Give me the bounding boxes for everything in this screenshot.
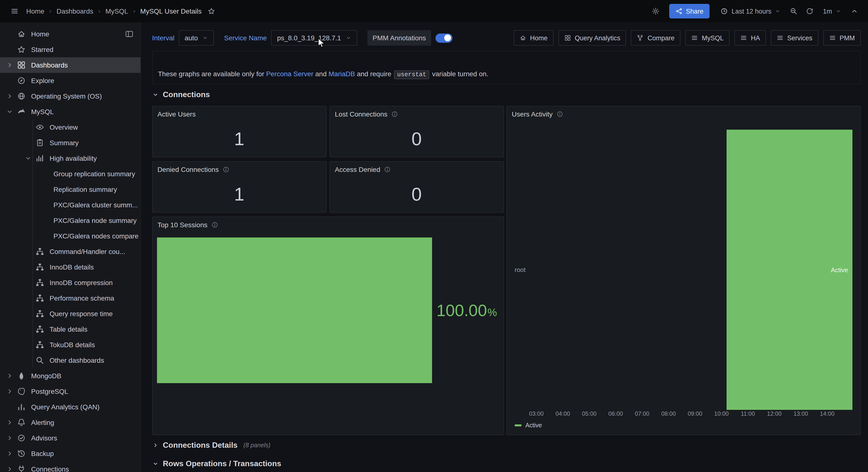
sidebar-item-operating-system[interactable]: Operating System (OS) bbox=[0, 89, 141, 104]
home-link-button[interactable]: Home bbox=[514, 30, 553, 46]
refresh-button[interactable] bbox=[803, 4, 816, 18]
sidebar-item-starred[interactable]: Starred bbox=[0, 42, 141, 57]
services-link-button[interactable]: Services bbox=[771, 30, 818, 46]
favorite-star-button[interactable] bbox=[205, 4, 218, 18]
sidebar-item-label: PXC/Galera cluster summ... bbox=[54, 201, 138, 209]
breadcrumb-mysql[interactable]: MySQL bbox=[105, 7, 128, 15]
info-icon[interactable] bbox=[223, 166, 229, 173]
mariadb-link[interactable]: MariaDB bbox=[329, 70, 355, 78]
sidebar-item-postgresql[interactable]: PostgreSQL bbox=[0, 383, 141, 399]
lost-connections-value: 0 bbox=[330, 124, 503, 154]
panel-header[interactable]: Denied Connections bbox=[153, 162, 326, 177]
sidebar-item-mysql-overview[interactable]: Overview bbox=[0, 120, 141, 135]
sidebar-item-mysql-summary[interactable]: Summary bbox=[0, 135, 141, 150]
sidebar-item-mysql-table-details[interactable]: Table details bbox=[0, 322, 141, 337]
sidebar-item-ha-pxc-galera-nodes-compare[interactable]: PXC/Galera nodes compare bbox=[0, 228, 141, 244]
breadcrumb-dashboards[interactable]: Dashboards bbox=[57, 7, 93, 15]
sidebar-item-mysql-other-dashboards[interactable]: Other dashboards bbox=[0, 352, 141, 368]
mysql-link-button[interactable]: MySQL bbox=[685, 30, 730, 46]
button-label: Services bbox=[787, 34, 812, 41]
sidebar-item-mysql-innodb-compression[interactable]: InnoDB compression bbox=[0, 275, 141, 291]
mega-menu-toggle[interactable] bbox=[8, 4, 21, 18]
dashboard-main: Interval auto Service Name ps_8.0_3.19_1… bbox=[141, 22, 868, 472]
chevron-right-icon[interactable] bbox=[6, 450, 13, 458]
section-connections-details[interactable]: Connections Details (8 panels) bbox=[152, 439, 861, 451]
bars-icon bbox=[740, 34, 747, 41]
service-name-variable-select[interactable]: ps_8.0_3.19_128.7.1 bbox=[271, 30, 357, 46]
top-navbar: Home Dashboards MySQL MySQL User Details… bbox=[0, 0, 868, 22]
sidebar-item-label: PXC/Galera nodes compare bbox=[54, 232, 138, 240]
panel-top-10-sessions: Top 10 Sessions 100.00 % bbox=[152, 216, 504, 435]
time-range-picker[interactable]: Last 12 hours bbox=[717, 4, 785, 19]
interval-value: auto bbox=[185, 34, 198, 42]
sidebar-item-mysql-performance-schema[interactable]: Performance schema bbox=[0, 291, 141, 306]
sidebar-item-ha-pxc-galera-node-summary[interactable]: PXC/Galera node summary bbox=[0, 213, 141, 228]
sidebar-item-mysql-command-handler-counters[interactable]: Command/Handler cou... bbox=[0, 244, 141, 259]
sidebar-item-ha-pxc-galera-cluster-summary[interactable]: PXC/Galera cluster summ... bbox=[0, 197, 141, 213]
sidebar-item-query-analytics-qan[interactable]: Query Analytics (QAN) bbox=[0, 399, 141, 415]
dashboard-settings-button[interactable] bbox=[649, 4, 663, 18]
sidebar-item-mongodb[interactable]: MongoDB bbox=[0, 368, 141, 383]
sidebar-item-mysql[interactable]: MySQL bbox=[0, 104, 141, 120]
bars-icon bbox=[776, 34, 783, 41]
dock-menu-icon[interactable] bbox=[125, 30, 134, 38]
info-icon[interactable] bbox=[384, 166, 391, 173]
chevron-right-icon[interactable] bbox=[6, 418, 13, 426]
sidebar-item-label: Query response time bbox=[50, 310, 113, 317]
compare-link-button[interactable]: Compare bbox=[631, 30, 680, 46]
info-icon[interactable] bbox=[556, 111, 563, 117]
chevron-down-icon bbox=[152, 460, 159, 467]
sidebar-item-home[interactable]: Home bbox=[0, 26, 141, 42]
sidebar-item-mysql-high-availability[interactable]: High availability bbox=[0, 150, 141, 166]
sidebar-item-connections[interactable]: Connections bbox=[0, 461, 141, 472]
sidebar-item-ha-replication-summary[interactable]: Replication summary bbox=[0, 181, 141, 197]
zoom-out-button[interactable] bbox=[787, 4, 801, 18]
panel-header[interactable]: Top 10 Sessions bbox=[153, 217, 503, 233]
sidebar-item-alerting[interactable]: Alerting bbox=[0, 415, 141, 430]
sidebar-item-advisors[interactable]: Advisors bbox=[0, 430, 141, 446]
panel-header[interactable]: Lost Connections bbox=[330, 106, 503, 122]
percona-server-link[interactable]: Percona Server bbox=[266, 70, 313, 78]
info-icon[interactable] bbox=[211, 222, 218, 228]
chevron-spacer bbox=[24, 325, 32, 333]
panel-header[interactable]: Active Users bbox=[153, 106, 326, 122]
chevron-right-icon[interactable] bbox=[6, 92, 13, 100]
panel-header[interactable]: Users Activity bbox=[507, 106, 860, 122]
section-connections[interactable]: Connections bbox=[152, 89, 861, 101]
info-icon[interactable] bbox=[391, 111, 398, 117]
chevron-spacer bbox=[24, 341, 32, 349]
panel-header[interactable]: Access Denied bbox=[330, 162, 503, 177]
sidebar-item-mysql-tokudb-details[interactable]: TokuDB details bbox=[0, 337, 141, 352]
button-label: PMM bbox=[840, 34, 855, 41]
chevron-right-icon[interactable] bbox=[6, 372, 13, 380]
sidebar-item-mysql-query-response-time[interactable]: Query response time bbox=[0, 306, 141, 322]
chevron-down-icon[interactable] bbox=[24, 155, 32, 162]
chevron-right-icon[interactable] bbox=[6, 387, 13, 395]
collapse-topbar-button[interactable] bbox=[847, 4, 861, 18]
section-rows-operations[interactable]: Rows Operations / Transactions bbox=[152, 458, 861, 470]
chevron-down-icon[interactable] bbox=[6, 108, 13, 115]
users-activity-bar[interactable]: Active bbox=[726, 130, 852, 410]
chevron-right-icon[interactable] bbox=[6, 465, 13, 472]
sidebar-item-backup[interactable]: Backup bbox=[0, 446, 141, 461]
sidebar-item-explore[interactable]: Explore bbox=[0, 73, 141, 89]
query-analytics-link-button[interactable]: Query Analytics bbox=[558, 30, 626, 46]
sidebar-item-ha-group-replication-summary[interactable]: Group replication summary bbox=[0, 166, 141, 181]
refresh-interval-picker[interactable]: 1m bbox=[819, 4, 845, 19]
interval-variable-select[interactable]: auto bbox=[179, 30, 214, 46]
sidebar-item-dashboards[interactable]: Dashboards bbox=[0, 57, 141, 73]
pmm-link-button[interactable]: PMM bbox=[823, 30, 861, 46]
top-sessions-bar[interactable] bbox=[157, 237, 432, 383]
access-denied-value: 0 bbox=[330, 179, 503, 209]
sidebar-item-mysql-innodb-details[interactable]: InnoDB details bbox=[0, 259, 141, 275]
ha-link-button[interactable]: HA bbox=[734, 30, 766, 46]
chevron-right-icon[interactable] bbox=[6, 434, 13, 442]
breadcrumb-home[interactable]: Home bbox=[26, 7, 44, 15]
pmm-annotations-toggle[interactable] bbox=[436, 33, 453, 42]
users-activity-plot[interactable]: Active bbox=[529, 130, 852, 410]
sidebar-item-label: InnoDB details bbox=[50, 263, 94, 271]
users-activity-legend[interactable]: Active bbox=[515, 422, 542, 429]
share-button[interactable]: Share bbox=[670, 4, 710, 19]
chevron-right-icon[interactable] bbox=[6, 61, 13, 69]
mongodb-icon bbox=[17, 371, 26, 380]
